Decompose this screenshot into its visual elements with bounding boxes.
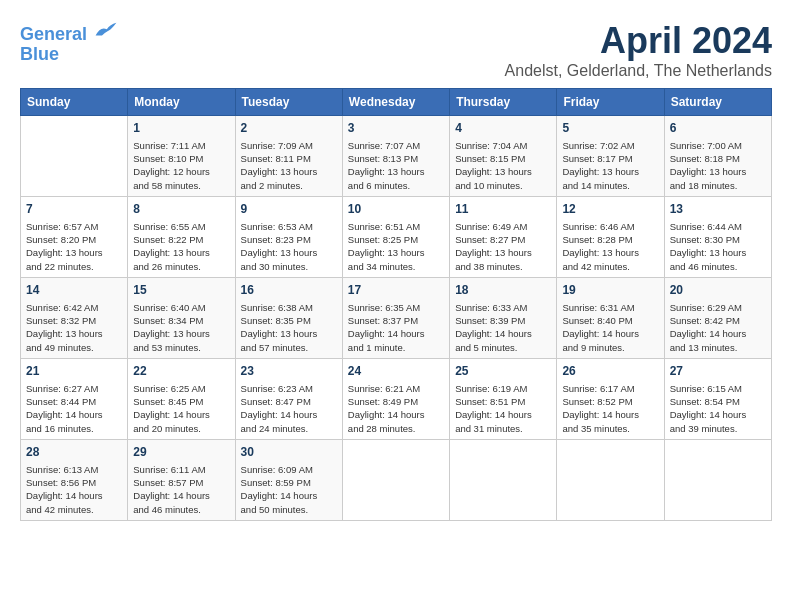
calendar-cell: 21Sunrise: 6:27 AMSunset: 8:44 PMDayligh… [21,358,128,439]
day-info: Sunrise: 7:09 AMSunset: 8:11 PMDaylight:… [241,139,337,192]
day-info: Sunrise: 7:02 AMSunset: 8:17 PMDaylight:… [562,139,658,192]
day-number: 17 [348,282,444,299]
logo-text: General Blue [20,20,118,65]
day-number: 8 [133,201,229,218]
calendar-week-row: 14Sunrise: 6:42 AMSunset: 8:32 PMDayligh… [21,277,772,358]
header-monday: Monday [128,89,235,116]
day-number: 3 [348,120,444,137]
day-number: 30 [241,444,337,461]
day-number: 11 [455,201,551,218]
calendar-table: SundayMondayTuesdayWednesdayThursdayFrid… [20,88,772,521]
calendar-cell: 24Sunrise: 6:21 AMSunset: 8:49 PMDayligh… [342,358,449,439]
page-header: General Blue April 2024 Andelst, Gelderl… [20,20,772,80]
day-info: Sunrise: 6:11 AMSunset: 8:57 PMDaylight:… [133,463,229,516]
calendar-cell: 10Sunrise: 6:51 AMSunset: 8:25 PMDayligh… [342,196,449,277]
day-number: 7 [26,201,122,218]
day-number: 21 [26,363,122,380]
header-thursday: Thursday [450,89,557,116]
day-number: 14 [26,282,122,299]
day-info: Sunrise: 6:09 AMSunset: 8:59 PMDaylight:… [241,463,337,516]
day-info: Sunrise: 6:57 AMSunset: 8:20 PMDaylight:… [26,220,122,273]
day-info: Sunrise: 7:04 AMSunset: 8:15 PMDaylight:… [455,139,551,192]
day-number: 23 [241,363,337,380]
day-number: 9 [241,201,337,218]
day-info: Sunrise: 6:38 AMSunset: 8:35 PMDaylight:… [241,301,337,354]
day-number: 4 [455,120,551,137]
day-info: Sunrise: 6:25 AMSunset: 8:45 PMDaylight:… [133,382,229,435]
calendar-cell: 4Sunrise: 7:04 AMSunset: 8:15 PMDaylight… [450,116,557,197]
day-info: Sunrise: 7:00 AMSunset: 8:18 PMDaylight:… [670,139,766,192]
calendar-cell: 28Sunrise: 6:13 AMSunset: 8:56 PMDayligh… [21,439,128,520]
calendar-cell: 5Sunrise: 7:02 AMSunset: 8:17 PMDaylight… [557,116,664,197]
calendar-cell: 29Sunrise: 6:11 AMSunset: 8:57 PMDayligh… [128,439,235,520]
day-number: 6 [670,120,766,137]
day-info: Sunrise: 6:49 AMSunset: 8:27 PMDaylight:… [455,220,551,273]
calendar-cell [342,439,449,520]
calendar-cell: 22Sunrise: 6:25 AMSunset: 8:45 PMDayligh… [128,358,235,439]
day-info: Sunrise: 6:19 AMSunset: 8:51 PMDaylight:… [455,382,551,435]
header-sunday: Sunday [21,89,128,116]
header-saturday: Saturday [664,89,771,116]
day-number: 1 [133,120,229,137]
logo-bird-icon [94,20,118,40]
calendar-cell [450,439,557,520]
day-number: 25 [455,363,551,380]
day-number: 13 [670,201,766,218]
day-number: 18 [455,282,551,299]
calendar-cell: 1Sunrise: 7:11 AMSunset: 8:10 PMDaylight… [128,116,235,197]
day-info: Sunrise: 6:53 AMSunset: 8:23 PMDaylight:… [241,220,337,273]
logo: General Blue [20,20,118,65]
calendar-week-row: 21Sunrise: 6:27 AMSunset: 8:44 PMDayligh… [21,358,772,439]
location-subtitle: Andelst, Gelderland, The Netherlands [505,62,772,80]
calendar-cell: 7Sunrise: 6:57 AMSunset: 8:20 PMDaylight… [21,196,128,277]
calendar-cell: 12Sunrise: 6:46 AMSunset: 8:28 PMDayligh… [557,196,664,277]
day-info: Sunrise: 6:44 AMSunset: 8:30 PMDaylight:… [670,220,766,273]
day-number: 22 [133,363,229,380]
header-friday: Friday [557,89,664,116]
calendar-cell: 11Sunrise: 6:49 AMSunset: 8:27 PMDayligh… [450,196,557,277]
calendar-week-row: 28Sunrise: 6:13 AMSunset: 8:56 PMDayligh… [21,439,772,520]
day-info: Sunrise: 6:46 AMSunset: 8:28 PMDaylight:… [562,220,658,273]
day-number: 26 [562,363,658,380]
calendar-week-row: 1Sunrise: 7:11 AMSunset: 8:10 PMDaylight… [21,116,772,197]
day-info: Sunrise: 6:35 AMSunset: 8:37 PMDaylight:… [348,301,444,354]
calendar-cell: 26Sunrise: 6:17 AMSunset: 8:52 PMDayligh… [557,358,664,439]
calendar-cell: 6Sunrise: 7:00 AMSunset: 8:18 PMDaylight… [664,116,771,197]
day-number: 10 [348,201,444,218]
calendar-cell: 20Sunrise: 6:29 AMSunset: 8:42 PMDayligh… [664,277,771,358]
day-info: Sunrise: 6:55 AMSunset: 8:22 PMDaylight:… [133,220,229,273]
day-number: 24 [348,363,444,380]
calendar-cell: 3Sunrise: 7:07 AMSunset: 8:13 PMDaylight… [342,116,449,197]
day-info: Sunrise: 6:17 AMSunset: 8:52 PMDaylight:… [562,382,658,435]
day-info: Sunrise: 6:33 AMSunset: 8:39 PMDaylight:… [455,301,551,354]
calendar-cell: 18Sunrise: 6:33 AMSunset: 8:39 PMDayligh… [450,277,557,358]
calendar-cell [21,116,128,197]
calendar-cell: 13Sunrise: 6:44 AMSunset: 8:30 PMDayligh… [664,196,771,277]
calendar-cell: 19Sunrise: 6:31 AMSunset: 8:40 PMDayligh… [557,277,664,358]
calendar-cell: 25Sunrise: 6:19 AMSunset: 8:51 PMDayligh… [450,358,557,439]
calendar-week-row: 7Sunrise: 6:57 AMSunset: 8:20 PMDaylight… [21,196,772,277]
day-info: Sunrise: 6:40 AMSunset: 8:34 PMDaylight:… [133,301,229,354]
day-number: 5 [562,120,658,137]
day-info: Sunrise: 6:21 AMSunset: 8:49 PMDaylight:… [348,382,444,435]
calendar-header-row: SundayMondayTuesdayWednesdayThursdayFrid… [21,89,772,116]
calendar-cell [664,439,771,520]
day-info: Sunrise: 6:23 AMSunset: 8:47 PMDaylight:… [241,382,337,435]
calendar-cell: 14Sunrise: 6:42 AMSunset: 8:32 PMDayligh… [21,277,128,358]
day-number: 19 [562,282,658,299]
day-info: Sunrise: 6:31 AMSunset: 8:40 PMDaylight:… [562,301,658,354]
calendar-cell: 27Sunrise: 6:15 AMSunset: 8:54 PMDayligh… [664,358,771,439]
title-block: April 2024 Andelst, Gelderland, The Neth… [505,20,772,80]
calendar-cell [557,439,664,520]
day-info: Sunrise: 7:11 AMSunset: 8:10 PMDaylight:… [133,139,229,192]
calendar-cell: 8Sunrise: 6:55 AMSunset: 8:22 PMDaylight… [128,196,235,277]
calendar-cell: 15Sunrise: 6:40 AMSunset: 8:34 PMDayligh… [128,277,235,358]
day-number: 27 [670,363,766,380]
day-number: 20 [670,282,766,299]
day-number: 12 [562,201,658,218]
calendar-cell: 17Sunrise: 6:35 AMSunset: 8:37 PMDayligh… [342,277,449,358]
header-wednesday: Wednesday [342,89,449,116]
day-number: 2 [241,120,337,137]
calendar-cell: 9Sunrise: 6:53 AMSunset: 8:23 PMDaylight… [235,196,342,277]
day-info: Sunrise: 6:51 AMSunset: 8:25 PMDaylight:… [348,220,444,273]
